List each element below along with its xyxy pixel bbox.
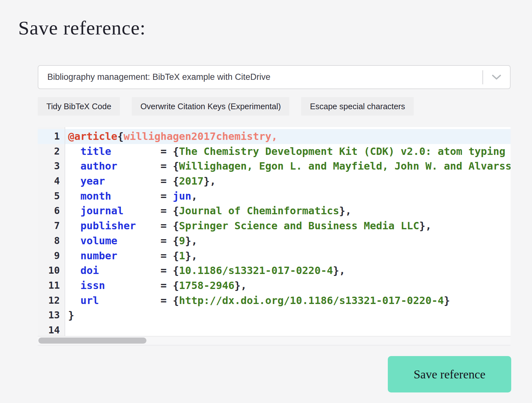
line-number: 11 [38, 278, 65, 293]
code-line[interactable]: 12 url = {http://dx.doi.org/10.1186/s133… [38, 293, 511, 308]
code-line[interactable]: 3 author = {Willighagen, Egon L. and May… [38, 159, 511, 174]
line-number: 3 [38, 159, 65, 174]
code-line[interactable]: 7 publisher = {Springer Science and Busi… [38, 218, 511, 233]
code-line[interactable]: 4 year = {2017}, [38, 174, 511, 189]
code-line-content: publisher = {Springer Science and Busine… [65, 218, 511, 233]
bibtex-toolbar: Tidy BibTeX Code Overwrite Citation Keys… [38, 97, 414, 116]
code-line-content: author = {Willighagen, Egon L. and Mayfi… [65, 159, 511, 174]
line-number: 1 [38, 129, 65, 144]
line-number: 10 [38, 263, 65, 278]
code-line-content: volume = {9}, [65, 233, 511, 248]
code-line[interactable]: 6 journal = {Journal of Cheminformatics}… [38, 203, 511, 218]
line-number: 14 [38, 323, 65, 336]
code-line-content: issn = {1758-2946}, [65, 278, 511, 293]
code-line-content: url = {http://dx.doi.org/10.1186/s13321-… [65, 293, 511, 308]
code-lines: 1@article{willighagen2017chemistry,2 tit… [38, 129, 511, 336]
line-number: 7 [38, 218, 65, 233]
line-number: 5 [38, 189, 65, 204]
save-reference-button[interactable]: Save reference [388, 356, 511, 392]
line-number: 2 [38, 144, 65, 159]
escape-special-characters-button[interactable]: Escape special characters [301, 97, 414, 116]
code-line-content: } [65, 308, 511, 323]
code-line[interactable]: 11 issn = {1758-2946}, [38, 278, 511, 293]
code-line[interactable]: 13} [38, 308, 511, 323]
tidy-bibtex-button[interactable]: Tidy BibTeX Code [38, 97, 120, 116]
code-line[interactable]: 14 [38, 323, 511, 336]
code-line-content: @article{willighagen2017chemistry, [65, 129, 511, 144]
code-line[interactable]: 5 month = jun, [38, 189, 511, 204]
bibliography-select[interactable]: Bibliography management: BibTeX example … [38, 65, 511, 89]
overwrite-citation-keys-button[interactable]: Overwrite Citation Keys (Experimental) [132, 97, 289, 116]
line-number: 4 [38, 174, 65, 189]
code-line[interactable]: 8 volume = {9}, [38, 233, 511, 248]
horizontal-scrollbar-thumb[interactable] [38, 338, 146, 344]
line-number: 9 [38, 248, 65, 263]
gutter-divider [65, 127, 65, 336]
line-number: 8 [38, 233, 65, 248]
horizontal-scrollbar[interactable] [38, 336, 511, 346]
line-number: 12 [38, 293, 65, 308]
chevron-down-icon [483, 74, 510, 80]
dropdown-indicator [482, 66, 510, 88]
code-line[interactable]: 10 doi = {10.1186/s13321-017-0220-4}, [38, 263, 511, 278]
page-title: Save reference: [18, 17, 146, 39]
line-number: 6 [38, 203, 65, 218]
code-line-content: year = {2017}, [65, 174, 511, 189]
code-line-content [65, 323, 511, 336]
code-line-content: month = jun, [65, 189, 511, 204]
code-line-content: journal = {Journal of Cheminformatics}, [65, 203, 511, 218]
code-line[interactable]: 1@article{willighagen2017chemistry, [38, 129, 511, 144]
code-line[interactable]: 2 title = {The Chemistry Development Kit… [38, 144, 511, 159]
code-line[interactable]: 9 number = {1}, [38, 248, 511, 263]
code-line-content: doi = {10.1186/s13321-017-0220-4}, [65, 263, 511, 278]
bibliography-select-value: Bibliography management: BibTeX example … [38, 72, 270, 82]
bibtex-code-editor[interactable]: 1@article{willighagen2017chemistry,2 tit… [38, 127, 511, 336]
code-line-content: number = {1}, [65, 248, 511, 263]
line-number: 13 [38, 308, 65, 323]
code-line-content: title = {The Chemistry Development Kit (… [65, 144, 511, 159]
